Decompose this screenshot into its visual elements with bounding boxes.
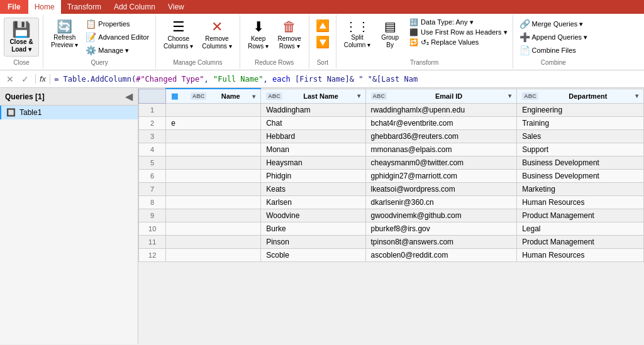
row-num-header	[139, 89, 166, 104]
sidebar-collapse-button[interactable]: ◀	[125, 90, 133, 102]
email-cell: mmonanas@elpais.com	[365, 143, 517, 156]
menu-view[interactable]: View	[162, 0, 191, 14]
advanced-editor-button[interactable]: 📝 Advanced Editor	[83, 31, 152, 43]
keep-rows-button[interactable]: ⬇ KeepRows ▾	[244, 18, 273, 53]
email-col-type: ABC	[371, 92, 387, 100]
ribbon-transform-buttons: ⋮⋮ SplitColumn ▾ ▤ GroupBy 🔣 Data Type: …	[340, 18, 509, 58]
refresh-icon: 🔄	[57, 20, 72, 33]
remove-rows-button[interactable]: 🗑 RemoveRows ▾	[274, 18, 305, 53]
department-cell: Legal	[517, 222, 644, 236]
sidebar-item-table1[interactable]: 🔲 Table1	[0, 106, 138, 119]
transform-options: 🔣 Data Type: Any ▾ ⬛ Use First Row as He…	[408, 18, 508, 47]
sort-desc-button[interactable]: 🔽	[313, 34, 332, 50]
data-type-label: Data Type: Any ▾	[421, 18, 473, 26]
split-column-button[interactable]: ⋮⋮ SplitColumn ▾	[340, 18, 374, 52]
email-cell: ghebbard36@reuters.com	[365, 130, 517, 143]
ribbon-query-buttons: 🔄 RefreshPreview ▾ 📋 Properties 📝 Advanc…	[47, 18, 152, 58]
refresh-preview-button[interactable]: 🔄 RefreshPreview ▾	[47, 18, 82, 52]
remove-columns-label: RemoveColumns ▾	[202, 35, 231, 50]
sidebar: Queries [1] ◀ 🔲 Table1	[0, 88, 138, 344]
advanced-editor-label: Advanced Editor	[98, 33, 149, 41]
merge-queries-button[interactable]: 🔗 Merge Queries ▾	[517, 18, 591, 30]
properties-icon: 📋	[86, 19, 96, 29]
department-cell: Sales	[517, 130, 644, 143]
use-first-row-button[interactable]: ⬛ Use First Row as Headers ▾	[408, 28, 508, 37]
dept-col-dropdown[interactable]: ▾	[635, 92, 638, 99]
sidebar-header: Queries [1] ◀	[0, 88, 138, 106]
manage-button[interactable]: ⚙️ Manage ▾	[83, 44, 152, 57]
name-cell	[166, 236, 261, 249]
last-name-col-type: ABC	[266, 92, 282, 100]
properties-button[interactable]: 📋 Properties	[83, 18, 152, 30]
last-name-col-dropdown[interactable]: ▾	[357, 92, 360, 99]
sidebar-title: Queries [1]	[5, 92, 45, 101]
formula-comma1: ,	[204, 75, 213, 84]
email-cell: gphidgin27@marriott.com	[365, 170, 517, 183]
group-by-icon: ▤	[384, 20, 396, 33]
keep-rows-label: KeepRows ▾	[248, 35, 269, 50]
col-header-department: ABC Department ▾	[517, 89, 644, 104]
use-first-row-label: Use First Row as Headers ▾	[421, 28, 507, 36]
formula-confirm-button[interactable]: ✓	[19, 74, 31, 85]
ribbon: 💾 Close &Load ▾ Close 🔄 RefreshPreview ▾…	[0, 14, 644, 70]
col-header-last-name: ABC Last Name ▾	[261, 89, 365, 104]
choose-columns-icon: ☰	[172, 20, 185, 34]
menu-transform[interactable]: Transform	[61, 0, 108, 14]
append-queries-button[interactable]: ➕ Append Queries ▾	[517, 31, 591, 43]
menu-file[interactable]: File	[0, 0, 28, 14]
department-cell: Product Management	[517, 236, 644, 249]
table-row: 12 Scoble ascoblen0@reddit.com Human Res…	[139, 249, 644, 262]
combine-files-button[interactable]: 📄 Combine Files	[517, 44, 591, 57]
ribbon-group-transform: ⋮⋮ SplitColumn ▾ ▤ GroupBy 🔣 Data Type: …	[336, 15, 513, 68]
last-name-cell: Waddingham	[261, 104, 365, 117]
department-cell: Training	[517, 117, 644, 130]
remove-columns-icon: ✕	[211, 20, 223, 34]
data-type-button[interactable]: 🔣 Data Type: Any ▾	[408, 18, 508, 27]
name-cell	[166, 170, 261, 183]
name-cell: e	[166, 117, 261, 130]
remove-columns-button[interactable]: ✕ RemoveColumns ▾	[198, 18, 235, 53]
department-cell: Engineering	[517, 104, 644, 117]
last-name-cell: Phidgin	[261, 170, 365, 183]
close-load-button[interactable]: 💾 Close &Load ▾	[4, 18, 39, 57]
manage-icon: ⚙️	[86, 45, 96, 55]
table1-icon: 🔲	[6, 108, 16, 117]
formula-cancel-button[interactable]: ✕	[4, 74, 16, 85]
keep-rows-icon: ⬇	[253, 20, 264, 34]
name-cell	[166, 156, 261, 170]
row-num-cell: 6	[139, 170, 166, 183]
table-row: 3 Hebbard ghebbard36@reuters.com Sales	[139, 130, 644, 143]
choose-columns-button[interactable]: ☰ ChooseColumns ▾	[160, 18, 197, 53]
email-col-dropdown[interactable]: ▾	[508, 92, 511, 99]
formula-icons: ✕ ✓	[4, 74, 31, 85]
name-col-icon: ▦	[171, 92, 178, 101]
sort-asc-button[interactable]: 🔼	[313, 18, 332, 34]
sort-group-label: Sort	[317, 58, 328, 66]
manage-label: Manage ▾	[98, 47, 129, 55]
menu-add-column[interactable]: Add Column	[108, 0, 162, 14]
department-cell: Human Resources	[517, 249, 644, 262]
query-small-buttons: 📋 Properties 📝 Advanced Editor ⚙️ Manage…	[83, 18, 152, 57]
row-num-cell: 4	[139, 143, 166, 156]
ribbon-close-buttons: 💾 Close &Load ▾	[4, 18, 39, 58]
table-row: 9 Woodvine gwoodvinemk@github.com Produc…	[139, 209, 644, 222]
combine-files-icon: 📄	[519, 45, 530, 55]
department-cell: Human Resources	[517, 196, 644, 209]
menu-bar: File Home Transform Add Column View	[0, 0, 644, 14]
table1-label: Table1	[19, 108, 42, 117]
group-by-button[interactable]: ▤ GroupBy	[375, 18, 404, 52]
formula-arg1: #"Changed Type"	[136, 75, 204, 84]
row-num-cell: 5	[139, 156, 166, 170]
manage-columns-group-label: Manage Columns	[173, 58, 222, 66]
last-name-cell: Woodvine	[261, 209, 365, 222]
last-name-cell: Chat	[261, 117, 365, 130]
replace-values-button[interactable]: 🔁 ↺₂ Replace Values	[408, 38, 508, 47]
row-num-cell: 1	[139, 104, 166, 117]
formula-comma2: ,	[263, 75, 272, 84]
row-num-cell: 8	[139, 196, 166, 209]
refresh-preview-label: RefreshPreview ▾	[51, 34, 78, 49]
menu-home[interactable]: Home	[28, 0, 61, 14]
data-grid[interactable]: ▦ ABC Name ▾ ABC Last Name ▾	[138, 88, 644, 344]
formula-each: each	[272, 75, 291, 84]
name-col-dropdown[interactable]: ▾	[252, 93, 255, 100]
